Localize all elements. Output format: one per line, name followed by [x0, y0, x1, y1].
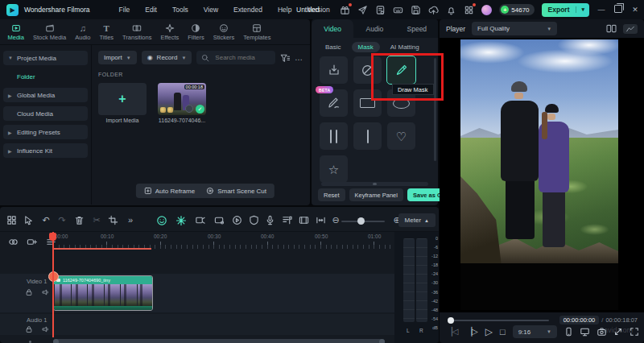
- tab-transitions[interactable]: Transitions: [118, 22, 156, 43]
- subtab-basic[interactable]: Basic: [319, 42, 348, 52]
- minimize-button[interactable]: —: [597, 6, 606, 14]
- tab-effects[interactable]: Effects: [156, 22, 184, 43]
- mirror-display-icon[interactable]: [580, 327, 590, 337]
- fit-timeline-icon[interactable]: [316, 215, 327, 226]
- timeline-playhead[interactable]: [52, 232, 54, 337]
- stop-button[interactable]: □: [500, 328, 506, 337]
- menu-edit[interactable]: Edit: [145, 6, 157, 14]
- detach-window-icon[interactable]: [613, 327, 623, 337]
- tab-stock-media[interactable]: Stock Media: [28, 22, 70, 43]
- import-dropdown[interactable]: Import▼: [98, 51, 137, 64]
- sidebar-item-folder[interactable]: Folder: [3, 69, 88, 84]
- mask-star-tile[interactable]: ☆: [320, 155, 348, 183]
- microphone-icon[interactable]: [265, 215, 276, 226]
- quality-dropdown[interactable]: Full Quality▼: [472, 22, 557, 35]
- add-track-icon[interactable]: [27, 237, 37, 247]
- menu-help[interactable]: Help: [278, 6, 291, 14]
- tab-stickers[interactable]: Stickers: [208, 22, 239, 43]
- mask-ai-pen-tile[interactable]: BETA: [320, 89, 348, 117]
- menu-file[interactable]: File: [119, 6, 130, 14]
- upload-cloud-icon[interactable]: [428, 5, 439, 15]
- timeline-video-clip[interactable]: 116249-707404690_tiny: [53, 275, 153, 311]
- menu-tools[interactable]: Tools: [172, 6, 188, 14]
- maximize-button[interactable]: [613, 5, 623, 14]
- playhead-handle[interactable]: [49, 233, 56, 241]
- mask-none-tile[interactable]: [353, 56, 382, 84]
- device-preview-icon[interactable]: [564, 327, 573, 337]
- more-options-icon[interactable]: …: [295, 53, 303, 62]
- record-dropdown[interactable]: ◉Record▼: [142, 51, 192, 64]
- subtab-ai-matting[interactable]: AI Matting: [384, 42, 426, 52]
- select-tool-icon[interactable]: [23, 215, 35, 226]
- undo-icon[interactable]: ↶: [40, 215, 52, 226]
- tab-titles[interactable]: TTitles: [95, 22, 118, 43]
- mask-double-line-tile[interactable]: [320, 122, 348, 150]
- tab-speed[interactable]: Speed: [396, 19, 438, 38]
- timeline-scrollbar[interactable]: [53, 339, 385, 343]
- redo-icon[interactable]: ↷: [56, 215, 68, 226]
- menu-view[interactable]: View: [204, 6, 218, 14]
- sidebar-item-project-media[interactable]: ▼Project Media: [3, 51, 88, 65]
- tab-filters[interactable]: Filters: [184, 22, 208, 43]
- export-button[interactable]: Export ▾: [542, 3, 589, 17]
- mask-heart-tile[interactable]: ♡: [387, 122, 415, 150]
- media-grid-icon[interactable]: [6, 215, 18, 226]
- audio-track-lane[interactable]: [0, 314, 394, 335]
- menu-extended[interactable]: Extended: [233, 6, 262, 14]
- preview-stage[interactable]: [440, 38, 644, 312]
- filter-icon[interactable]: [280, 53, 290, 63]
- aspect-ratio-dropdown[interactable]: 9:16▼: [513, 325, 557, 338]
- zoom-out-icon[interactable]: ⊖: [330, 215, 341, 226]
- next-frame-button[interactable]: ▕▷: [465, 328, 477, 336]
- mask-import-tile[interactable]: [320, 56, 348, 84]
- zoom-slider-handle[interactable]: [357, 217, 365, 225]
- record-voiceover-icon[interactable]: [214, 215, 225, 226]
- keyframe-icon[interactable]: [195, 215, 206, 226]
- gift-icon[interactable]: [340, 5, 350, 15]
- export-chevron-icon[interactable]: ▾: [576, 6, 589, 13]
- sidebar-item-influence-kit[interactable]: ▶Influence Kit: [3, 143, 88, 158]
- subtab-mask[interactable]: Mask: [352, 42, 380, 52]
- mask-rectangle-tile[interactable]: [353, 89, 382, 117]
- speed-play-icon[interactable]: [232, 215, 243, 226]
- lock-icon[interactable]: [25, 288, 33, 296]
- coins-balance[interactable]: + 54670: [499, 4, 534, 15]
- render-preview-icon[interactable]: [299, 215, 310, 226]
- tab-media[interactable]: Media: [3, 22, 28, 43]
- smart-scene-cut-button[interactable]: Smart Scene Cut: [206, 187, 266, 195]
- snapshot-camera-icon[interactable]: [597, 327, 607, 337]
- crop-icon[interactable]: [108, 215, 119, 226]
- shield-icon[interactable]: [249, 215, 260, 226]
- tab-audio-props[interactable]: Audio: [353, 19, 395, 38]
- delete-icon[interactable]: [74, 215, 85, 226]
- more-tools-chevrons-icon[interactable]: »: [125, 215, 136, 226]
- mute-speaker-icon[interactable]: [42, 325, 50, 333]
- previous-frame-button[interactable]: ▕◁: [446, 328, 458, 336]
- notifications-bell-icon[interactable]: [446, 5, 456, 15]
- meter-toggle-button[interactable]: Meter▲: [398, 213, 436, 227]
- media-clip-tile[interactable]: 00:00:18 ✓ 116249-7074046...: [158, 83, 206, 123]
- reset-button[interactable]: Reset: [318, 188, 345, 201]
- play-button[interactable]: ▷: [485, 327, 493, 337]
- mask-tool-icon[interactable]: [156, 215, 167, 226]
- tab-templates[interactable]: Templates: [239, 22, 275, 43]
- tab-video[interactable]: Video: [312, 19, 353, 38]
- keyframe-panel-button[interactable]: Keyframe Panel: [349, 188, 403, 201]
- motion-tracking-icon[interactable]: [175, 215, 187, 226]
- auto-reframe-button[interactable]: Auto Reframe: [144, 187, 195, 195]
- share-icon[interactable]: [357, 5, 368, 15]
- keyboard-icon[interactable]: [393, 5, 403, 15]
- save-icon[interactable]: [411, 5, 421, 15]
- sidebar-item-global-media[interactable]: ▶Global Media: [3, 88, 88, 102]
- sidebar-item-cloud-media[interactable]: Cloud Media: [3, 106, 88, 121]
- playhead-knob[interactable]: [448, 317, 454, 324]
- link-clips-icon[interactable]: [8, 237, 19, 247]
- horizontal-scrollbar[interactable]: [321, 182, 428, 186]
- lock-icon[interactable]: [25, 325, 33, 333]
- sidebar-item-editing-presets[interactable]: ▶Editing Presets: [3, 125, 88, 139]
- mask-single-line-tile[interactable]: [353, 122, 382, 150]
- marker-icon[interactable]: [282, 215, 293, 226]
- script-icon[interactable]: [375, 5, 386, 15]
- search-box[interactable]: [196, 51, 275, 64]
- video-scope-icon[interactable]: [623, 24, 638, 34]
